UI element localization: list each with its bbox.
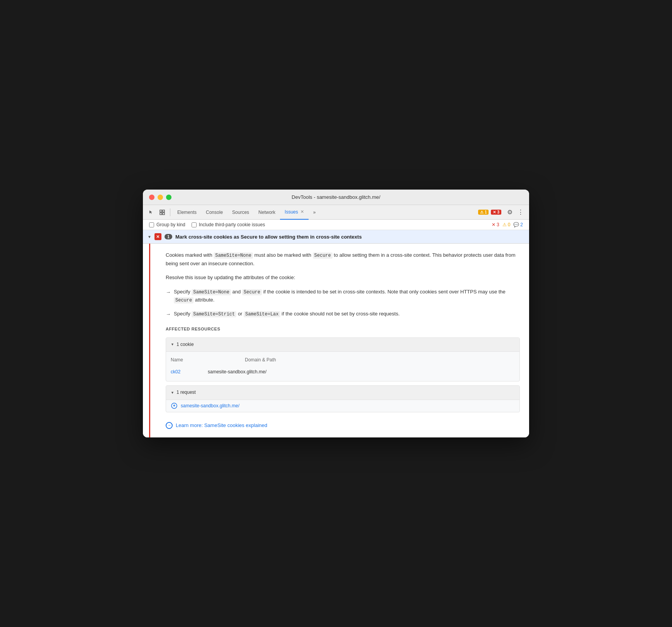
tab-separator	[170, 208, 170, 216]
info-count-icon: 💬	[513, 222, 519, 227]
request-resource-group: ▼ 1 request samesite-sandbox.glitch.me/	[166, 385, 520, 412]
third-party-checkbox[interactable]	[192, 222, 197, 227]
warning-badge[interactable]: ⚠ 1	[478, 210, 489, 215]
arrow-icon-1: →	[166, 288, 171, 297]
bullet1-code1: SameSite=None	[192, 289, 231, 295]
title-bar: DevTools - samesite-sandbox.glitch.me/	[143, 190, 529, 205]
third-party-filter[interactable]: Include third-party cookie issues	[192, 222, 265, 227]
info-count-badge: 💬 2	[513, 222, 523, 227]
tab-close-icon[interactable]: ✕	[300, 209, 304, 214]
issue-header[interactable]: ▼ ✕ 1 Mark cross-site cookies as Secure …	[143, 230, 529, 244]
filter-bar: Group by kind Include third-party cookie…	[143, 220, 529, 230]
affected-resources: Affected Resources ▼ 1 cookie Name Domai…	[166, 326, 520, 412]
bullet1-code3: Secure	[174, 297, 193, 303]
request-row: samesite-sandbox.glitch.me/	[166, 400, 519, 412]
request-url-link[interactable]: samesite-sandbox.glitch.me/	[181, 402, 239, 410]
request-group-label: 1 request	[176, 389, 196, 396]
learn-more-icon: →	[166, 422, 173, 429]
arrow-icon-2: →	[166, 310, 171, 319]
settings-button[interactable]: ⚙	[504, 207, 515, 218]
more-options-button[interactable]: ⋮	[515, 207, 526, 218]
request-group-header[interactable]: ▼ 1 request	[166, 386, 519, 400]
devtools-window: DevTools - samesite-sandbox.glitch.me/ E…	[143, 190, 529, 437]
tab-sources[interactable]: Sources	[227, 205, 254, 220]
cookie-group-header[interactable]: ▼ 1 cookie	[166, 338, 519, 352]
issue-body: Cookies marked with SameSite=None must a…	[149, 244, 529, 437]
error-count-badge: ✕ 3	[492, 222, 499, 227]
request-chevron-icon: ▼	[171, 390, 174, 395]
issue-count-badge: 1	[165, 234, 172, 239]
cookie-table-header: Name Domain & Path	[171, 355, 515, 365]
maximize-button[interactable]	[166, 195, 171, 200]
cookie-resource-group: ▼ 1 cookie Name Domain & Path ck02 sames…	[166, 337, 520, 382]
devtools-tab-bar: Elements Console Sources Network Issues …	[143, 205, 529, 220]
bullet1-code2: Secure	[242, 289, 262, 295]
minimize-button[interactable]	[158, 195, 163, 200]
bullet2-code2: SameSite=Lax	[244, 311, 280, 317]
inspect-icon[interactable]	[157, 207, 168, 218]
learn-more-link[interactable]: Learn more: SameSite cookies explained	[176, 422, 267, 430]
issue-description-para1: Cookies marked with SameSite=None must a…	[166, 251, 520, 268]
tab-more[interactable]: »	[309, 205, 321, 220]
bullet2-code1: SameSite=Strict	[192, 311, 236, 317]
col-domain: Domain & Path	[245, 356, 276, 364]
code-samesite-none: SameSite=None	[214, 252, 253, 259]
cookie-chevron-icon: ▼	[171, 342, 174, 347]
error-badge[interactable]: ✕ 3	[491, 210, 501, 215]
issue-error-icon: ✕	[154, 233, 161, 240]
col-name: Name	[171, 356, 183, 364]
chevron-down-icon: ▼	[148, 235, 151, 239]
bullet-item-1: → Specify SameSite=None and Secure if th…	[166, 288, 520, 304]
cookie-table: Name Domain & Path ck02 samesite-sandbox…	[166, 352, 519, 381]
tab-console[interactable]: Console	[201, 205, 227, 220]
window-title: DevTools - samesite-sandbox.glitch.me/	[292, 194, 380, 200]
svg-rect-3	[163, 213, 165, 215]
warning-count-icon: ⚠	[502, 222, 507, 227]
top-badges: ⚠ 1 ✕ 3	[478, 210, 501, 215]
cursor-icon[interactable]	[146, 207, 157, 218]
issue-resolve-para: Resolve this issue by updating the attri…	[166, 274, 520, 282]
traffic-lights	[149, 195, 171, 200]
error-count-icon: ✕	[492, 222, 496, 227]
issue-title: Mark cross-site cookies as Secure to all…	[175, 234, 362, 240]
affected-resources-label: Affected Resources	[166, 326, 520, 333]
svg-rect-0	[160, 210, 162, 212]
tab-elements[interactable]: Elements	[173, 205, 201, 220]
learn-more-section: → Learn more: SameSite cookies explained	[166, 420, 520, 430]
tab-network[interactable]: Network	[254, 205, 280, 220]
content-area: ▼ ✕ 1 Mark cross-site cookies as Secure …	[143, 230, 529, 437]
group-by-kind-filter[interactable]: Group by kind	[149, 222, 185, 227]
close-button[interactable]	[149, 195, 154, 200]
cookie-domain: samesite-sandbox.glitch.me/	[208, 368, 266, 376]
warning-count-badge: ⚠ 0	[502, 222, 511, 227]
svg-rect-2	[160, 213, 162, 215]
request-download-icon	[171, 402, 178, 409]
bullet-item-2: → Specify SameSite=Strict or SameSite=La…	[166, 310, 520, 319]
svg-rect-1	[163, 210, 165, 212]
error-icon: ✕	[493, 210, 496, 214]
cookie-name-link[interactable]: ck02	[171, 368, 202, 376]
warning-icon: ⚠	[480, 210, 484, 214]
tab-issues[interactable]: Issues ✕	[280, 205, 309, 220]
code-secure: Secure	[313, 252, 333, 259]
issue-counts: ✕ 3 ⚠ 0 💬 2	[492, 222, 523, 227]
group-by-kind-checkbox[interactable]	[149, 222, 154, 227]
cookie-row: ck02 samesite-sandbox.glitch.me/	[171, 368, 515, 376]
cookie-group-label: 1 cookie	[176, 341, 194, 348]
